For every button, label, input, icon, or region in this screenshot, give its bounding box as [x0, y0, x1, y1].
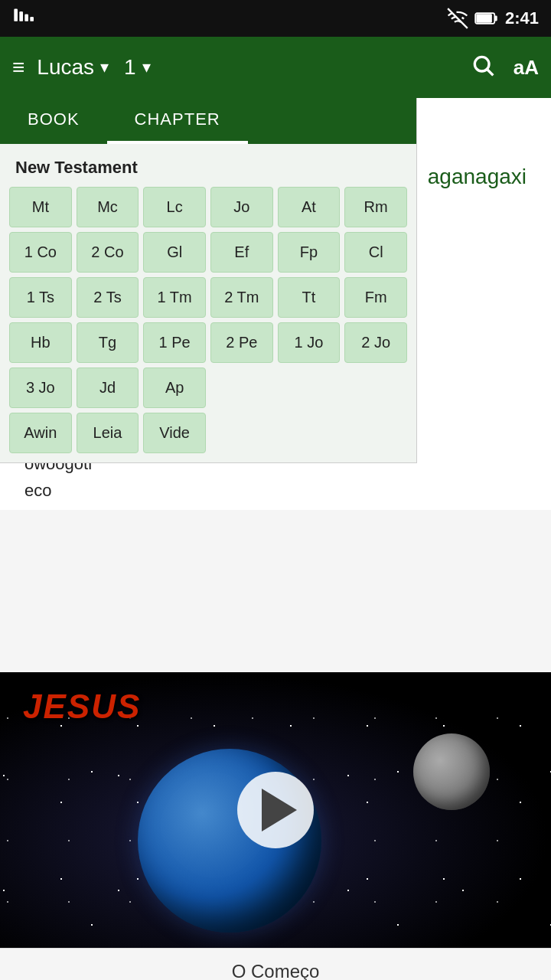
book-item[interactable]: Fp	[278, 232, 341, 273]
status-icons: 2:41	[447, 8, 539, 29]
dropdown-panel: BOOK CHAPTER New Testament MtMcLcJoAtRm1…	[0, 98, 417, 463]
book-name: Lucas	[37, 55, 94, 80]
font-icon: aA	[514, 56, 539, 79]
video-section[interactable]: JESUS	[0, 672, 551, 948]
book-item[interactable]: 2 Tm	[210, 277, 273, 318]
book-item[interactable]: 2 Co	[77, 232, 139, 273]
book-item[interactable]: 3 Jo	[9, 368, 72, 408]
book-item[interactable]: Hb	[9, 322, 72, 363]
books-grid: MtMcLcJoAtRm1 Co2 CoGlEfFpCl1 Ts2 Ts1 Tm…	[0, 187, 416, 462]
book-item[interactable]: Tg	[77, 322, 139, 363]
book-item[interactable]: Gl	[143, 232, 206, 273]
svg-line-8	[487, 70, 493, 75]
book-item[interactable]: Rm	[344, 187, 407, 227]
video-title: O Começo	[232, 961, 320, 980]
book-item[interactable]: 2 Pe	[210, 322, 273, 363]
chapter-num: 1	[124, 55, 136, 80]
book-item[interactable]: Tt	[278, 277, 341, 318]
video-background: JESUS	[0, 672, 551, 948]
book-item[interactable]: 1 Ts	[9, 277, 72, 318]
book-item[interactable]: Leia	[77, 413, 139, 453]
testament-label: New Testament	[0, 144, 416, 187]
book-item[interactable]: Jd	[77, 368, 139, 408]
book-item[interactable]: Mt	[9, 187, 72, 227]
search-icon	[471, 53, 495, 77]
status-bar: 2:41	[0, 0, 551, 37]
book-item[interactable]: 2 Jo	[344, 322, 407, 363]
book-item[interactable]: 1 Jo	[278, 322, 341, 363]
svg-rect-6	[476, 14, 492, 22]
app-bar-actions: aA	[471, 53, 539, 83]
tab-chapter[interactable]: CHAPTER	[107, 98, 248, 144]
book-item[interactable]: Cl	[344, 232, 407, 273]
book-item[interactable]: Mc	[77, 187, 139, 227]
book-item[interactable]: Fm	[344, 277, 407, 318]
svg-rect-3	[30, 17, 34, 21]
play-triangle-icon	[262, 789, 297, 831]
bottom-bar: O Começo	[0, 948, 551, 980]
book-item[interactable]: Lc	[143, 187, 206, 227]
jesus-logo: JESUS	[23, 688, 141, 726]
menu-button[interactable]: ≡	[12, 55, 24, 80]
book-item[interactable]: At	[278, 187, 341, 227]
dropdown-tabs: BOOK CHAPTER	[0, 98, 416, 144]
book-item[interactable]: 2 Ts	[77, 277, 139, 318]
book-item[interactable]: 1 Pe	[143, 322, 206, 363]
svg-point-7	[474, 57, 489, 71]
font-size-button[interactable]: aA	[514, 55, 539, 80]
book-dropdown-arrow: ▾	[100, 57, 109, 77]
status-left	[12, 6, 34, 31]
book-item[interactable]: Vide	[143, 413, 206, 453]
svg-rect-0	[14, 8, 18, 21]
svg-rect-2	[24, 14, 28, 21]
book-item[interactable]: Jo	[210, 187, 273, 227]
time-display: 2:41	[505, 8, 539, 28]
book-selector[interactable]: Lucas ▾ 1 ▾	[37, 55, 150, 80]
book-item[interactable]: Awin	[9, 413, 72, 453]
play-button[interactable]	[237, 772, 314, 848]
moon-graphic	[413, 733, 490, 810]
book-item[interactable]: Ef	[210, 232, 273, 273]
search-button[interactable]	[471, 53, 495, 83]
chapter-dropdown-arrow: ▾	[142, 57, 151, 77]
app-bar: ≡ Lucas ▾ 1 ▾ aA	[0, 37, 551, 98]
battery-icon	[474, 8, 499, 29]
book-item[interactable]: 1 Co	[9, 232, 72, 273]
tab-book[interactable]: BOOK	[0, 98, 107, 144]
wifi-icon	[447, 8, 468, 29]
book-item[interactable]: 1 Tm	[143, 277, 206, 318]
svg-rect-1	[19, 11, 23, 21]
book-item[interactable]: Ap	[143, 368, 206, 408]
svg-rect-5	[494, 16, 497, 21]
